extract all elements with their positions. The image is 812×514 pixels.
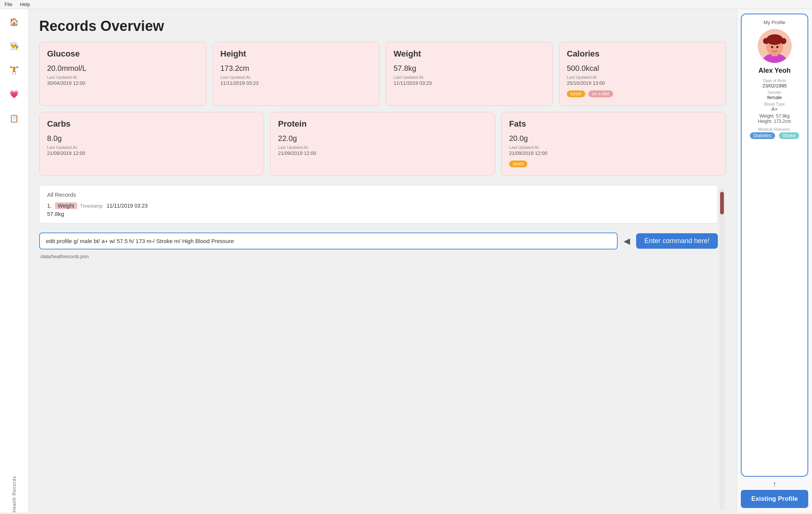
existing-profile-button[interactable]: Existing Profile bbox=[741, 490, 808, 508]
gender-value: female bbox=[767, 95, 782, 100]
dob-label: Date of Birth bbox=[763, 78, 786, 83]
height-card: Height 173.2cm Last Updated At: 11/11/20… bbox=[212, 42, 380, 106]
calories-label: Last Updated At: bbox=[567, 75, 718, 80]
calories-card: Calories 500.0kcal Last Updated At: 25/1… bbox=[559, 42, 726, 106]
weight-field-label: Weight: bbox=[759, 113, 774, 119]
menu-file[interactable]: File bbox=[5, 2, 12, 7]
scrollbar-thumb[interactable] bbox=[720, 192, 724, 214]
weight-value: 57.8kg bbox=[394, 64, 545, 73]
all-records-title: All Records bbox=[47, 191, 710, 198]
protein-value: 22.0g bbox=[278, 134, 487, 143]
glucose-value: 20.0mmol/L bbox=[47, 64, 198, 73]
command-hint-button[interactable]: Enter command here! bbox=[636, 233, 718, 249]
command-area: ◀ Enter command here! bbox=[39, 228, 718, 252]
height-timestamp: 11/11/2019 03:23 bbox=[220, 80, 372, 86]
all-records-section: All Records 1. Weight Timestamp: 11/11/2… bbox=[39, 185, 718, 223]
record-timestamp-label: Timestamp: bbox=[80, 203, 104, 209]
carbs-title: Carbs bbox=[47, 119, 256, 129]
glucose-label: Last Updated At: bbox=[47, 75, 198, 80]
fats-timestamp: 21/09/2019 12:00 bbox=[509, 150, 718, 156]
page-title: Records Overview bbox=[39, 18, 726, 34]
calories-tags: lunch on a diet bbox=[567, 89, 718, 97]
height-value: 173.2cm bbox=[220, 64, 372, 73]
command-arrow-icon: ◀ bbox=[624, 236, 630, 246]
medical-label: Medical Histories: bbox=[758, 127, 791, 132]
protein-card: Protein 22.0g Last Updated At: 21/09/201… bbox=[270, 112, 495, 176]
cards-row2: Carbs 8.0g Last Updated At: 21/09/2019 1… bbox=[39, 112, 726, 176]
arrow-indicator: ↑ bbox=[737, 480, 812, 488]
profile-name: Alex Yeoh bbox=[759, 67, 791, 75]
main-content: Records Overview Glucose 20.0mmol/L Last… bbox=[29, 9, 737, 512]
gender-label: Gender bbox=[768, 90, 781, 95]
height-row: Height: 173.2cm bbox=[758, 119, 791, 124]
fats-card: Fats 20.0g Last Updated At: 21/09/2019 1… bbox=[501, 112, 726, 176]
fats-tags: lunch bbox=[509, 159, 718, 167]
menu-help[interactable]: Help bbox=[20, 2, 30, 7]
tag-diabetes: Diabetes bbox=[750, 132, 775, 139]
filepath: ./data/healthrecords.json bbox=[39, 252, 718, 262]
height-field-value: 173.2cm bbox=[774, 119, 791, 124]
tag-fats-lunch: lunch bbox=[509, 161, 528, 167]
record-type: Weight bbox=[55, 202, 77, 209]
right-panel: My Profile bbox=[737, 9, 812, 512]
height-label: Last Updated At: bbox=[220, 75, 372, 80]
protein-title: Protein bbox=[278, 119, 487, 129]
weight-title: Weight bbox=[394, 49, 545, 59]
blood-type-label: Blood Type bbox=[764, 102, 785, 106]
fats-value: 20.0g bbox=[509, 134, 718, 143]
glucose-card: Glucose 20.0mmol/L Last Updated At: 30/0… bbox=[39, 42, 206, 106]
tag-diet: on a diet bbox=[588, 90, 613, 97]
weight-timestamp: 11/11/2019 03:23 bbox=[394, 80, 545, 86]
profile-card: My Profile bbox=[741, 14, 808, 477]
heartrate-icon[interactable]: 💗 bbox=[8, 87, 21, 101]
calories-timestamp: 25/10/2019 13:00 bbox=[567, 80, 718, 86]
glucose-title: Glucose bbox=[47, 49, 198, 59]
profile-section-title: My Profile bbox=[764, 20, 786, 25]
height-field-label: Height: bbox=[758, 119, 772, 124]
blood-type-value: A+ bbox=[771, 106, 777, 112]
carbs-value: 8.0g bbox=[47, 134, 256, 143]
menu-bar: File Help bbox=[0, 0, 812, 9]
medical-tags: Diabetes Stroke bbox=[749, 132, 801, 140]
avatar bbox=[758, 29, 792, 63]
calories-title: Calories bbox=[567, 49, 718, 59]
weight-row: Weight: 57.8kg bbox=[759, 113, 790, 119]
tag-lunch: lunch bbox=[567, 90, 585, 97]
fats-title: Fats bbox=[509, 119, 718, 129]
sidebar: 🏠 👨‍🍳 🏋 💗 📋 Health Records bbox=[0, 9, 29, 512]
scrollbar[interactable] bbox=[719, 188, 725, 509]
command-input[interactable] bbox=[39, 233, 618, 249]
chef-icon[interactable]: 👨‍🍳 bbox=[8, 39, 21, 53]
exercise-icon[interactable]: 🏋 bbox=[8, 63, 21, 77]
fats-label: Last Updated At: bbox=[509, 145, 718, 150]
svg-point-6 bbox=[780, 38, 786, 44]
svg-point-4 bbox=[766, 34, 783, 45]
svg-point-8 bbox=[776, 46, 778, 48]
svg-point-10 bbox=[778, 47, 781, 50]
weight-field-value: 57.8kg bbox=[776, 113, 790, 119]
book-icon[interactable]: 📋 bbox=[8, 112, 21, 125]
carbs-timestamp: 21/09/2019 12:00 bbox=[47, 150, 256, 156]
glucose-timestamp: 30/04/2019 12:00 bbox=[47, 80, 198, 86]
protein-timestamp: 21/09/2019 12:00 bbox=[278, 150, 487, 156]
svg-point-9 bbox=[769, 47, 772, 50]
record-item: 1. Weight Timestamp: 11/11/2019 03:23 bbox=[47, 202, 710, 209]
record-value: 57.8kg bbox=[47, 211, 710, 217]
carbs-card: Carbs 8.0g Last Updated At: 21/09/2019 1… bbox=[39, 112, 264, 176]
record-timestamp: 11/11/2019 03:23 bbox=[107, 203, 148, 209]
record-number: 1. bbox=[47, 202, 52, 209]
height-title: Height bbox=[220, 49, 372, 59]
weight-label: Last Updated At: bbox=[394, 75, 545, 80]
calories-value: 500.0kcal bbox=[567, 64, 718, 73]
sidebar-label: Health Records bbox=[12, 468, 17, 512]
weight-card: Weight 57.8kg Last Updated At: 11/11/201… bbox=[386, 42, 553, 106]
cards-row1: Glucose 20.0mmol/L Last Updated At: 30/0… bbox=[39, 42, 726, 106]
home-icon[interactable]: 🏠 bbox=[8, 15, 21, 29]
svg-point-5 bbox=[763, 38, 769, 44]
tag-stroke: Stroke bbox=[779, 132, 800, 139]
svg-point-7 bbox=[771, 46, 773, 48]
dob-value: 23/02/1995 bbox=[762, 83, 787, 89]
carbs-label: Last Updated At: bbox=[47, 145, 256, 150]
protein-label: Last Updated At: bbox=[278, 145, 487, 150]
